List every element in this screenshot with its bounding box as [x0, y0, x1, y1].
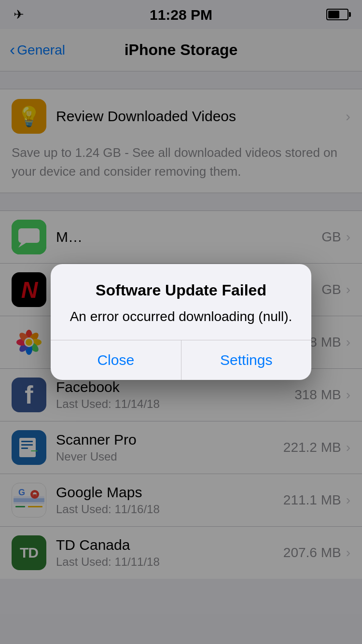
alert-dialog: Software Update Failed An error occurred… — [51, 264, 311, 379]
modal-overlay: Software Update Failed An error occurred… — [0, 0, 362, 644]
alert-buttons: Close Settings — [51, 340, 311, 380]
alert-title: Software Update Failed — [65, 281, 297, 299]
alert-settings-button[interactable]: Settings — [181, 340, 312, 380]
alert-close-button[interactable]: Close — [51, 340, 181, 380]
alert-message: An error occurred downloading (null). — [65, 307, 297, 326]
alert-content: Software Update Failed An error occurred… — [51, 264, 311, 339]
